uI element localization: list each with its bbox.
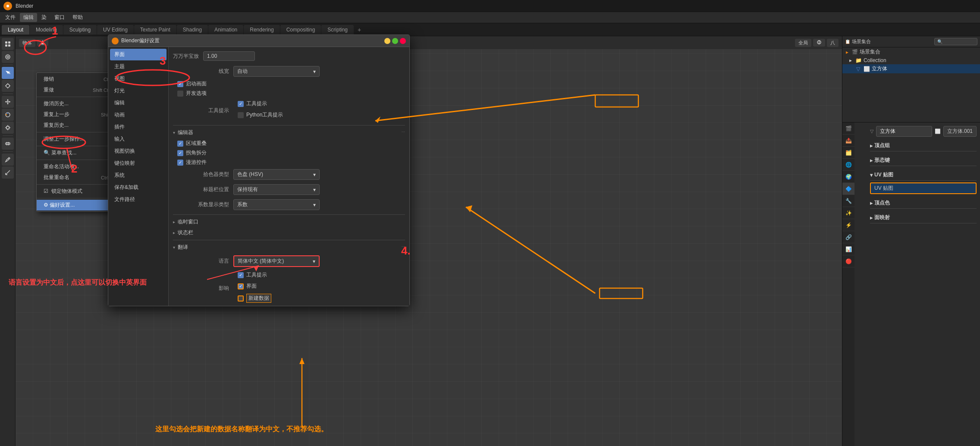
navigation-controls-checkbox[interactable]: ✓	[177, 160, 183, 166]
cursor-tool[interactable]	[2, 80, 14, 92]
translate-section-header[interactable]: ▾ 翻译 ···	[173, 244, 405, 251]
pref-nav-editing[interactable]: 编辑	[110, 97, 166, 109]
mode-selector[interactable]	[2, 38, 14, 50]
outliner-cube[interactable]: ▽ ⬜ 立方体	[842, 64, 980, 73]
splash-screen-checkbox[interactable]: ✓	[177, 81, 183, 87]
tooltips-checkbox[interactable]: ✓	[238, 101, 244, 107]
pref-nav-input[interactable]: 输入	[110, 133, 166, 145]
rotate-tool[interactable]	[2, 109, 14, 121]
props-tab-scene[interactable]: 🌐	[842, 159, 854, 171]
props-tab-world[interactable]: 🌍	[842, 171, 854, 183]
viewport-shading-menu[interactable]	[37, 39, 48, 46]
tab-uv-editing[interactable]: UV Editing	[97, 25, 134, 35]
uv-maps-title[interactable]: ▾ UV 贴图	[870, 170, 977, 181]
tab-rendering[interactable]: Rendering	[244, 25, 280, 35]
pref-nav-addons[interactable]: 插件	[110, 121, 166, 133]
tab-animation[interactable]: Animation	[208, 25, 243, 35]
toolbar-separator-3	[3, 135, 13, 136]
tab-texture-paint[interactable]: Texture Paint	[134, 25, 176, 35]
move-tool[interactable]	[2, 96, 14, 108]
props-tab-object[interactable]: 🔷	[842, 183, 854, 195]
pref-nav-theme[interactable]: 主题	[110, 61, 166, 72]
pref-nav-navigation[interactable]: 视图切换	[110, 145, 166, 157]
view-menu[interactable]	[2, 51, 14, 63]
pref-nav-system[interactable]: 系统	[110, 170, 166, 181]
region-overlap-checkbox[interactable]: ✓	[177, 141, 183, 147]
select-tool[interactable]	[2, 67, 14, 79]
pref-nav-viewport[interactable]: 视图	[110, 73, 166, 85]
tab-sculpting[interactable]: Sculpting	[63, 25, 97, 35]
pref-nav-file-paths[interactable]: 文件路径	[110, 194, 166, 205]
header-pos-dropdown[interactable]: 保持现有 ▾	[233, 184, 320, 195]
corner-split-checkbox[interactable]: ✓	[177, 150, 183, 156]
props-tab-output[interactable]: 📤	[842, 135, 854, 147]
pref-main: 万万半宝放 1.00 线宽 自动 ▾ ✓ 启动画面 开发选项	[169, 47, 409, 306]
shape-keys-title[interactable]: ▸ 形态键	[870, 155, 977, 166]
pref-nav-save-load[interactable]: 保存&加载	[110, 182, 166, 193]
props-tab-data[interactable]: 📊	[842, 243, 854, 255]
language-label: 语言	[173, 258, 233, 265]
color-picker-dropdown[interactable]: 色盘 (HSV) ▾	[233, 169, 320, 180]
props-tab-view-layer[interactable]: 🗂️	[842, 147, 854, 159]
menu-file[interactable]: 文件	[2, 13, 19, 22]
vertex-colors-title[interactable]: ▸ 顶点色	[870, 198, 977, 209]
vertex-groups-title[interactable]: ▸ 顶点组	[870, 140, 977, 151]
affect-tooltip-checkbox[interactable]: ✓	[238, 272, 244, 278]
props-tab-modifier[interactable]: 🔧	[842, 195, 854, 207]
pref-nav-interface[interactable]: 界面	[110, 49, 166, 60]
props-tab-particles[interactable]: ✨	[842, 207, 854, 219]
window-minimize-button[interactable]: −	[384, 38, 390, 44]
outliner-search[interactable]: 🔍	[934, 38, 977, 45]
uv-map-item[interactable]: UV 贴图	[870, 182, 977, 194]
language-dropdown[interactable]: 简体中文 (简体中文) ▾	[233, 255, 320, 267]
mesh-data-field[interactable]: 立方体.001	[943, 126, 977, 137]
python-tooltips-checkbox[interactable]	[238, 112, 244, 118]
annotate-tool[interactable]	[2, 154, 14, 166]
tab-shading[interactable]: Shading	[177, 25, 208, 35]
props-tab-physics[interactable]: ⚡	[842, 219, 854, 231]
dev-extras-checkbox[interactable]	[177, 91, 183, 97]
face-maps-title[interactable]: ▸ 面映射	[870, 212, 977, 223]
dropdown-arrow-icon: ▾	[313, 69, 316, 75]
temp-window-header[interactable]: ▸ 临时窗口	[173, 218, 405, 226]
pref-nav-animation[interactable]: 动画	[110, 109, 166, 121]
window-close-button[interactable]: ×	[400, 38, 406, 44]
props-tab-constraints[interactable]: 🔗	[842, 231, 854, 243]
region-overlap-label: 区域重叠	[186, 140, 207, 147]
outliner-scene-collection[interactable]: ▸ 🎬 场景集合	[842, 47, 980, 57]
viewport-global-menu[interactable]: 全局	[795, 39, 811, 47]
scale-tool[interactable]	[2, 122, 14, 134]
outliner-collection[interactable]: ▸ 📁 Collection	[842, 57, 980, 64]
tab-modeling[interactable]: Modeling	[30, 25, 63, 35]
color-picker-row: 拾色器类型 色盘 (HSV) ▾	[173, 168, 405, 181]
props-tab-render[interactable]: 🎬	[842, 122, 854, 135]
vertex-groups-section: ▸ 顶点组	[870, 140, 977, 151]
outliner: 📋 场景集合 🔍 ▸ 🎬 场景集合 ▸ 📁 Collection ▽ ⬜ 立方	[842, 36, 980, 122]
new-data-checkbox[interactable]	[238, 295, 244, 302]
viewport-overlay-btn[interactable]	[813, 39, 825, 47]
tab-layout[interactable]: Layout	[2, 25, 29, 35]
menu-help[interactable]: 帮助	[69, 13, 86, 22]
line-width-dropdown[interactable]: 自动 ▾	[233, 66, 320, 77]
pref-nav-lights[interactable]: 灯光	[110, 85, 166, 97]
viewport-gizmo-btn[interactable]: 八	[827, 39, 839, 47]
status-bar-header[interactable]: ▸ 状态栏	[173, 229, 405, 236]
add-workspace-button[interactable]: +	[354, 25, 364, 35]
number-display-dropdown[interactable]: 系数 ▾	[233, 199, 320, 210]
pref-nav-keymap[interactable]: 键位映射	[110, 157, 166, 169]
viewport-mode-menu[interactable]: 物体	[19, 39, 35, 47]
tab-scripting[interactable]: Scripting	[321, 25, 354, 35]
menu-render[interactable]: 染	[38, 13, 50, 22]
props-tab-material[interactable]: 🔴	[842, 255, 854, 267]
transform-tool[interactable]	[2, 138, 14, 150]
window-maximize-button[interactable]: □	[392, 38, 398, 44]
color-picker-value: 色盘 (HSV)	[237, 171, 263, 178]
menu-edit[interactable]: 编辑	[20, 13, 37, 22]
object-name-field[interactable]: 立方体	[876, 126, 932, 137]
editor-section-header[interactable]: ▾ 编辑器 ···	[173, 129, 405, 136]
menu-window[interactable]: 窗口	[51, 13, 68, 22]
tab-compositing[interactable]: Compositing	[280, 25, 321, 35]
dpi-field[interactable]: 1.00	[203, 51, 255, 61]
affect-ui-checkbox[interactable]: ✓	[238, 283, 244, 289]
measure-tool[interactable]	[2, 166, 14, 179]
